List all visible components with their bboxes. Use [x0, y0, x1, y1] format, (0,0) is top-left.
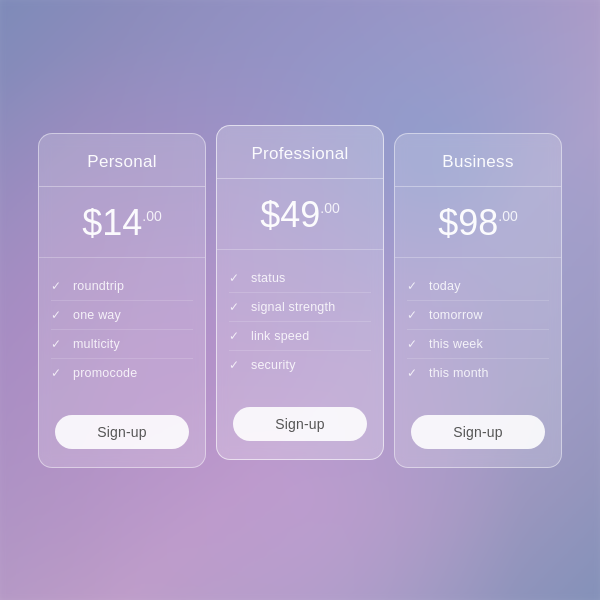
feature-item: ✓tomorrow	[407, 301, 549, 330]
checkmark-icon: ✓	[51, 337, 65, 351]
plan-card-business: Business$98.00✓today✓tomorrow✓this week✓…	[394, 133, 562, 468]
checkmark-icon: ✓	[407, 337, 421, 351]
features-list-personal: ✓roundtrip✓one way✓multicity✓promocode	[39, 258, 205, 401]
feature-item: ✓link speed	[229, 322, 371, 351]
feature-item: ✓promocode	[51, 359, 193, 387]
checkmark-icon: ✓	[51, 308, 65, 322]
price-cents-professional: .00	[320, 201, 339, 215]
plan-name-business: Business	[405, 152, 551, 172]
checkmark-icon: ✓	[51, 366, 65, 380]
signup-button-business[interactable]: Sign-up	[411, 415, 545, 449]
feature-label: this month	[429, 366, 489, 380]
feature-item: ✓security	[229, 351, 371, 379]
feature-item: ✓roundtrip	[51, 272, 193, 301]
feature-label: roundtrip	[73, 279, 124, 293]
plan-name-professional: Professional	[227, 144, 373, 164]
plan-header-professional: Professional	[217, 126, 383, 179]
features-list-professional: ✓status✓signal strength✓link speed✓secur…	[217, 250, 383, 393]
checkmark-icon: ✓	[407, 279, 421, 293]
plan-header-personal: Personal	[39, 134, 205, 187]
price-cents-personal: .00	[142, 209, 161, 223]
signup-button-professional[interactable]: Sign-up	[233, 407, 367, 441]
signup-section-business: Sign-up	[395, 401, 561, 467]
feature-item: ✓this week	[407, 330, 549, 359]
feature-item: ✓one way	[51, 301, 193, 330]
checkmark-icon: ✓	[51, 279, 65, 293]
plan-card-personal: Personal$14.00✓roundtrip✓one way✓multici…	[38, 133, 206, 468]
feature-label: promocode	[73, 366, 137, 380]
price-main-business: $98	[438, 205, 498, 241]
plan-name-personal: Personal	[49, 152, 195, 172]
feature-item: ✓signal strength	[229, 293, 371, 322]
feature-label: link speed	[251, 329, 309, 343]
checkmark-icon: ✓	[229, 358, 243, 372]
price-section-personal: $14.00	[39, 187, 205, 258]
price-main-professional: $49	[260, 197, 320, 233]
price-section-professional: $49.00	[217, 179, 383, 250]
features-list-business: ✓today✓tomorrow✓this week✓this month	[395, 258, 561, 401]
feature-label: today	[429, 279, 461, 293]
checkmark-icon: ✓	[229, 271, 243, 285]
price-cents-business: .00	[498, 209, 517, 223]
price-main-personal: $14	[82, 205, 142, 241]
signup-section-personal: Sign-up	[39, 401, 205, 467]
feature-label: security	[251, 358, 296, 372]
plan-card-professional: Professional$49.00✓status✓signal strengt…	[216, 125, 384, 460]
checkmark-icon: ✓	[407, 366, 421, 380]
feature-item: ✓multicity	[51, 330, 193, 359]
feature-label: multicity	[73, 337, 120, 351]
signup-button-personal[interactable]: Sign-up	[55, 415, 189, 449]
pricing-container: Personal$14.00✓roundtrip✓one way✓multici…	[18, 113, 582, 488]
feature-item: ✓today	[407, 272, 549, 301]
feature-item: ✓status	[229, 264, 371, 293]
feature-label: this week	[429, 337, 483, 351]
checkmark-icon: ✓	[229, 329, 243, 343]
feature-label: status	[251, 271, 286, 285]
signup-section-professional: Sign-up	[217, 393, 383, 459]
checkmark-icon: ✓	[407, 308, 421, 322]
plan-header-business: Business	[395, 134, 561, 187]
feature-label: one way	[73, 308, 121, 322]
checkmark-icon: ✓	[229, 300, 243, 314]
feature-label: signal strength	[251, 300, 335, 314]
feature-label: tomorrow	[429, 308, 483, 322]
feature-item: ✓this month	[407, 359, 549, 387]
price-section-business: $98.00	[395, 187, 561, 258]
